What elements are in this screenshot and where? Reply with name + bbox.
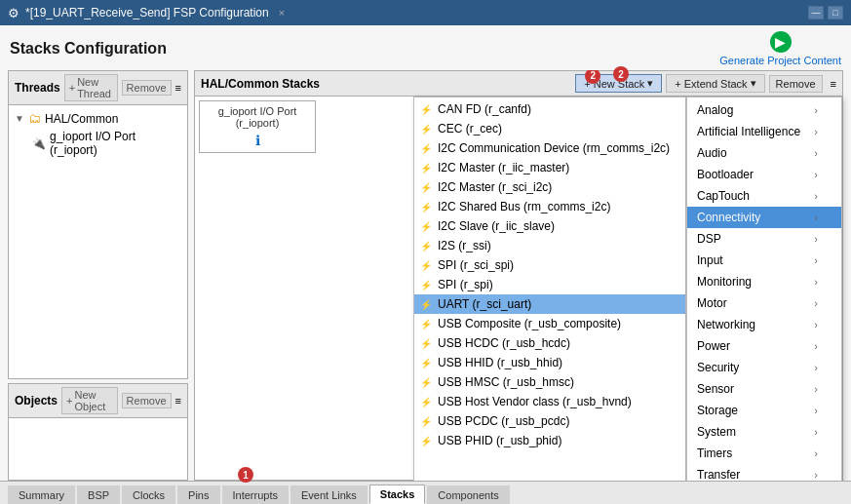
menu-item-analog[interactable]: Analog › <box>687 99 841 121</box>
badge-1-float: 1 <box>238 467 253 483</box>
menu-item-ai[interactable]: Artificial Intelligence › <box>687 121 841 142</box>
submenu-usb-hhid[interactable]: ⚡ USB HHID (r_usb_hhid) <box>414 353 685 372</box>
menu-item-captouch[interactable]: CapTouch › <box>687 185 841 207</box>
tree-child-label: g_ioport I/O Port (r_ioport) <box>50 130 181 157</box>
threads-panel: Threads + New Thread Remove ≡ ▼ 🗂 HAL/Co… <box>8 70 188 379</box>
usb-pcdc-icon: ⚡ <box>420 416 432 427</box>
close-tab-icon[interactable]: × <box>279 7 285 19</box>
submenu-spi-sci[interactable]: ⚡ SPI (r_sci_spi) <box>414 255 685 275</box>
menu-item-bootloader[interactable]: Bootloader › <box>687 164 841 185</box>
bottom-tabs: Summary BSP Clocks Pins Interrupts Event… <box>0 481 851 504</box>
panels-row: Threads + New Thread Remove ≡ ▼ 🗂 HAL/Co… <box>0 70 851 481</box>
submenu-usb-hmsc[interactable]: ⚡ USB HMSC (r_usb_hmsc) <box>414 372 685 392</box>
submenu-usb-hvnd[interactable]: ⚡ USB Host Vendor class (r_usb_hvnd) <box>414 392 685 411</box>
transfer-arrow-icon: › <box>814 469 818 481</box>
submenu-canfd[interactable]: ⚡ CAN FD (r_canfd) <box>414 99 685 119</box>
hal-panel-header: HAL/Common Stacks 2 + New Stack ▾ + Exte… <box>195 71 842 97</box>
menu-item-audio[interactable]: Audio › <box>687 142 841 164</box>
tab-summary[interactable]: Summary <box>8 485 75 504</box>
hal-minimize-icon[interactable]: ≡ <box>831 78 836 90</box>
audio-arrow-icon: › <box>814 147 818 159</box>
menu-item-monitoring[interactable]: Monitoring › <box>687 271 841 292</box>
menu-item-input[interactable]: Input › <box>687 250 841 271</box>
submenu-uart[interactable]: ⚡ UART (r_sci_uart) <box>414 294 685 314</box>
connectivity-arrow-icon: › <box>814 212 818 223</box>
threads-remove-button[interactable]: Remove <box>122 80 172 96</box>
i2c-shared-icon: ⚡ <box>420 202 432 213</box>
hal-panel-title: HAL/Common Stacks <box>201 77 320 91</box>
spi-icon: ⚡ <box>420 280 432 291</box>
tab-bsp[interactable]: BSP <box>77 485 120 504</box>
menu-item-motor[interactable]: Motor › <box>687 292 841 314</box>
bootloader-arrow-icon: › <box>814 169 818 180</box>
security-arrow-icon: › <box>814 362 818 373</box>
menu-item-sensor[interactable]: Sensor › <box>687 378 841 400</box>
extend-stack-button[interactable]: + Extend Stack ▾ <box>666 74 764 93</box>
tree-child-item[interactable]: 🔌 g_ioport I/O Port (r_ioport) <box>30 128 183 159</box>
objects-header: Objects + New Object Remove ≡ <box>9 384 187 418</box>
menu-item-connectivity[interactable]: Connectivity › <box>687 207 841 228</box>
timers-arrow-icon: › <box>814 447 818 459</box>
submenu-i2c-comm[interactable]: ⚡ I2C Communication Device (rm_comms_i2c… <box>414 138 685 158</box>
objects-panel: Objects + New Object Remove ≡ <box>8 383 188 481</box>
submenu-usb-hcdc[interactable]: ⚡ USB HCDC (r_usb_hcdc) <box>414 333 685 353</box>
tab-interrupts[interactable]: Interrupts <box>222 485 289 504</box>
usb-hmsc-icon: ⚡ <box>420 377 432 388</box>
minimize-button[interactable]: — <box>808 6 824 19</box>
new-object-button[interactable]: + New Object <box>61 387 118 414</box>
objects-minimize-icon[interactable]: ≡ <box>175 395 181 407</box>
maximize-button[interactable]: □ <box>828 6 843 19</box>
left-side: Threads + New Thread Remove ≡ ▼ 🗂 HAL/Co… <box>8 70 188 481</box>
usb-composite-icon: ⚡ <box>420 319 432 330</box>
i2c-slave-icon: ⚡ <box>420 221 432 232</box>
generate-icon: ▶ <box>770 31 792 53</box>
menu-item-timers[interactable]: Timers › <box>687 443 841 464</box>
hal-remove-button[interactable]: Remove <box>769 75 823 93</box>
usb-hvnd-icon: ⚡ <box>420 397 432 407</box>
submenu-i2c-slave[interactable]: ⚡ I2C Slave (r_iic_slave) <box>414 216 685 236</box>
objects-remove-button[interactable]: Remove <box>122 393 172 408</box>
dropdown-container: Analog › Artificial Intelligence › Audio… <box>413 97 842 481</box>
i2c-master-sci-icon: ⚡ <box>420 182 432 193</box>
menu-item-transfer[interactable]: Transfer › <box>687 464 841 481</box>
add-object-icon: + <box>66 395 72 407</box>
submenu-usb-pcdc[interactable]: ⚡ USB PCDC (r_usb_pcdc) <box>414 411 685 431</box>
generate-project-button[interactable]: ▶ Generate Project Content <box>719 31 841 66</box>
submenu-i2s[interactable]: ⚡ I2S (r_ssi) <box>414 236 685 255</box>
menu-item-networking[interactable]: Networking › <box>687 314 841 335</box>
submenu-spi[interactable]: ⚡ SPI (r_spi) <box>414 275 685 294</box>
submenu-cec[interactable]: ⚡ CEC (r_cec) <box>414 119 685 138</box>
menu-item-security[interactable]: Security › <box>687 357 841 378</box>
title-bar: ⚙ *[19_UART_Receive_Send] FSP Configurat… <box>0 0 851 25</box>
menu-item-power[interactable]: Power › <box>687 335 841 357</box>
input-arrow-icon: › <box>814 254 818 266</box>
storage-arrow-icon: › <box>814 405 818 416</box>
submenu-i2c-master-sci[interactable]: ⚡ I2C Master (r_sci_i2c) <box>414 177 685 197</box>
threads-title: Threads <box>15 81 60 95</box>
submenu-usb-composite[interactable]: ⚡ USB Composite (r_usb_composite) <box>414 314 685 333</box>
menu-item-storage[interactable]: Storage › <box>687 400 841 421</box>
threads-minimize-icon[interactable]: ≡ <box>175 82 181 94</box>
submenu-usb-phid[interactable]: ⚡ USB PHID (r_usb_phid) <box>414 431 685 450</box>
usb-hhid-icon: ⚡ <box>420 358 432 368</box>
tree-root-item[interactable]: ▼ 🗂 HAL/Common <box>13 109 183 128</box>
stack-block-ioport[interactable]: g_ioport I/O Port(r_ioport) ℹ <box>199 100 316 153</box>
tab-pins[interactable]: Pins <box>177 485 219 504</box>
submenu-i2c-shared[interactable]: ⚡ I2C Shared Bus (rm_comms_i2c) <box>414 197 685 216</box>
tab-stacks[interactable]: Stacks <box>369 485 425 504</box>
hal-panel: HAL/Common Stacks 2 + New Stack ▾ + Exte… <box>194 70 843 481</box>
dsp-arrow-icon: › <box>814 233 818 245</box>
tree-root-label: HAL/Common <box>45 112 118 126</box>
ai-arrow-icon: › <box>814 126 818 137</box>
connectivity-submenu: ⚡ CAN FD (r_canfd) ⚡ CEC (r_cec) ⚡ I2C C… <box>413 97 686 481</box>
tab-clocks[interactable]: Clocks <box>122 485 175 504</box>
title-bar-title: *[19_UART_Receive_Send] FSP Configuratio… <box>25 6 269 19</box>
submenu-i2c-master-iic[interactable]: ⚡ I2C Master (r_iic_master) <box>414 158 685 177</box>
menu-item-dsp[interactable]: DSP › <box>687 228 841 250</box>
tab-components[interactable]: Components <box>427 485 509 504</box>
menu-item-system[interactable]: System › <box>687 421 841 443</box>
new-thread-button[interactable]: + New Thread <box>64 74 118 101</box>
tab-event-links[interactable]: Event Links <box>290 485 367 504</box>
extend-stack-icon: + <box>675 78 680 90</box>
threads-panel-header: Threads + New Thread Remove ≡ <box>9 71 187 105</box>
